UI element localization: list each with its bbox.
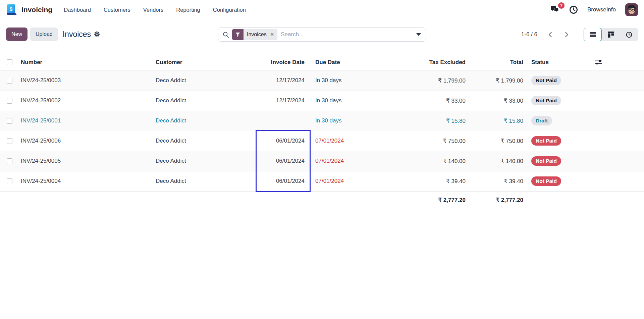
status-badge: Not Paid <box>531 156 561 166</box>
row-checkbox[interactable] <box>7 178 12 184</box>
search-options-toggle[interactable] <box>411 28 426 41</box>
customer-name: Deco Addict <box>156 178 186 184</box>
customer-name: Deco Addict <box>156 97 186 104</box>
invoice-number: INV/24-25/0003 <box>21 77 61 84</box>
status-label: Not Paid <box>536 98 557 103</box>
list-view-button[interactable] <box>584 28 602 41</box>
header-number[interactable]: Number <box>15 54 156 70</box>
svg-text:$: $ <box>10 6 13 12</box>
due-date: 07/01/2024 <box>315 138 344 144</box>
row-checkbox[interactable] <box>7 98 12 104</box>
header-tax-excluded[interactable]: Tax Excluded <box>387 54 468 70</box>
control-panel: New Upload Invoices <box>0 19 644 54</box>
remove-filter-icon[interactable]: ✕ <box>269 32 278 38</box>
header-status[interactable]: Status <box>525 54 595 70</box>
tax-excluded-amount: ₹ 140.00 <box>443 158 466 164</box>
new-button[interactable]: New <box>6 28 28 41</box>
avatar[interactable] <box>625 3 638 16</box>
status-badge: Not Paid <box>531 96 561 105</box>
activities-button[interactable] <box>569 5 578 14</box>
header-customer[interactable]: Customer <box>156 54 256 70</box>
search-input[interactable] <box>277 31 411 38</box>
messages-button[interactable]: 7 <box>550 5 560 14</box>
status-badge: Not Paid <box>531 176 561 186</box>
pager-previous-button[interactable] <box>544 30 557 40</box>
list-icon <box>590 32 596 37</box>
totals-row: ₹ 2,777.20 ₹ 2,777.20 <box>0 191 644 209</box>
table-row[interactable]: INV/24-25/0004 Deco Addict 06/01/2024 07… <box>0 171 644 191</box>
active-filter-tag[interactable]: Invoices ✕ <box>232 29 277 40</box>
status-label: Not Paid <box>536 77 557 83</box>
customer-name: Deco Addict <box>156 158 186 164</box>
due-date: 07/01/2024 <box>315 158 344 164</box>
row-checkbox[interactable] <box>7 158 12 164</box>
invoice-date: 06/01/2024 <box>276 178 305 184</box>
menu-vendors[interactable]: Vendors <box>143 7 164 13</box>
page-title: Invoices <box>63 30 91 39</box>
menu-reporting[interactable]: Reporting <box>176 7 200 13</box>
table-row[interactable]: INV/24-25/0002 Deco Addict 12/17/2024 In… <box>0 91 644 111</box>
status-label: Not Paid <box>536 138 557 144</box>
customer-name: Deco Addict <box>156 117 186 124</box>
total-amount: ₹ 33.00 <box>504 98 523 104</box>
total-amount: ₹ 750.00 <box>500 138 523 144</box>
table-row[interactable]: INV/24-25/0001 Deco Addict In 30 days ₹ … <box>0 111 644 131</box>
pager-next-button[interactable] <box>560 30 573 40</box>
menu-customers[interactable]: Customers <box>104 7 130 13</box>
total-amount: ₹ 140.00 <box>500 158 523 164</box>
filter-funnel-icon <box>232 29 244 40</box>
view-switcher <box>584 28 638 41</box>
total-amount: ₹ 1,799.00 <box>496 77 523 84</box>
tax-excluded-amount: ₹ 15.80 <box>446 118 466 124</box>
menu-configuration[interactable]: Configuration <box>213 7 246 13</box>
app-name[interactable]: Invoicing <box>21 6 52 14</box>
pager-range: 1-6 / 6 <box>521 31 537 38</box>
invoice-table-body: INV/24-25/0003 Deco Addict 12/17/2024 In… <box>0 70 644 191</box>
search-bar: Invoices ✕ <box>218 28 426 42</box>
invoice-date: 06/01/2024 <box>276 138 305 144</box>
action-gear-icon[interactable] <box>94 31 100 38</box>
top-navbar: $ Invoicing Dashboard Customers Vendors … <box>0 0 644 19</box>
row-checkbox[interactable] <box>7 138 12 144</box>
filter-tag-label: Invoices <box>244 32 269 38</box>
invoicing-app-icon[interactable]: $ <box>5 3 17 16</box>
tax-excluded-amount: ₹ 750.00 <box>443 138 466 144</box>
activity-view-button[interactable] <box>620 28 638 41</box>
main-menu: Dashboard Customers Vendors Reporting Co… <box>64 7 246 13</box>
due-date: In 30 days <box>315 117 341 124</box>
invoice-list: Number Customer Invoice Date Due Date Ta… <box>0 54 644 209</box>
table-row[interactable]: INV/24-25/0003 Deco Addict 12/17/2024 In… <box>0 70 644 91</box>
tax-excluded-amount: ₹ 39.40 <box>446 178 466 184</box>
chevron-left-icon <box>547 31 554 38</box>
upload-button[interactable]: Upload <box>30 28 58 41</box>
header-invoice-date[interactable]: Invoice Date <box>256 54 310 70</box>
row-checkbox[interactable] <box>7 118 12 124</box>
invoice-date: 12/17/2024 <box>276 97 305 104</box>
table-row[interactable]: INV/24-25/0005 Deco Addict 06/01/2024 07… <box>0 151 644 171</box>
total-amount: ₹ 39.40 <box>504 178 523 184</box>
invoice-number: INV/24-25/0005 <box>21 158 61 164</box>
table-header-row: Number Customer Invoice Date Due Date Ta… <box>0 54 644 70</box>
status-badge: Not Paid <box>531 136 561 146</box>
menu-dashboard[interactable]: Dashboard <box>64 7 91 13</box>
chevron-right-icon <box>563 31 570 38</box>
tax-excluded-amount: ₹ 1,799.00 <box>438 77 466 84</box>
optional-columns-icon[interactable] <box>595 60 639 65</box>
tax-excluded-total: ₹ 2,777.20 <box>387 191 468 209</box>
user-menu[interactable]: BrowseInfo <box>587 6 616 13</box>
kanban-view-button[interactable] <box>602 28 620 41</box>
due-date: In 30 days <box>315 77 341 84</box>
select-all-checkbox[interactable] <box>7 59 12 65</box>
kanban-icon <box>608 32 614 38</box>
status-label: Not Paid <box>536 178 557 184</box>
due-date: 07/01/2024 <box>315 178 344 184</box>
header-due-date[interactable]: Due Date <box>310 54 387 70</box>
table-row[interactable]: INV/24-25/0006 Deco Addict 06/01/2024 07… <box>0 131 644 151</box>
tax-excluded-amount: ₹ 33.00 <box>446 98 466 104</box>
status-label: Draft <box>536 118 548 123</box>
header-total[interactable]: Total <box>468 54 525 70</box>
total-amount: ₹ 15.80 <box>504 118 523 124</box>
row-checkbox[interactable] <box>7 78 12 84</box>
search-icon <box>222 31 229 38</box>
chevron-down-icon <box>416 33 421 36</box>
